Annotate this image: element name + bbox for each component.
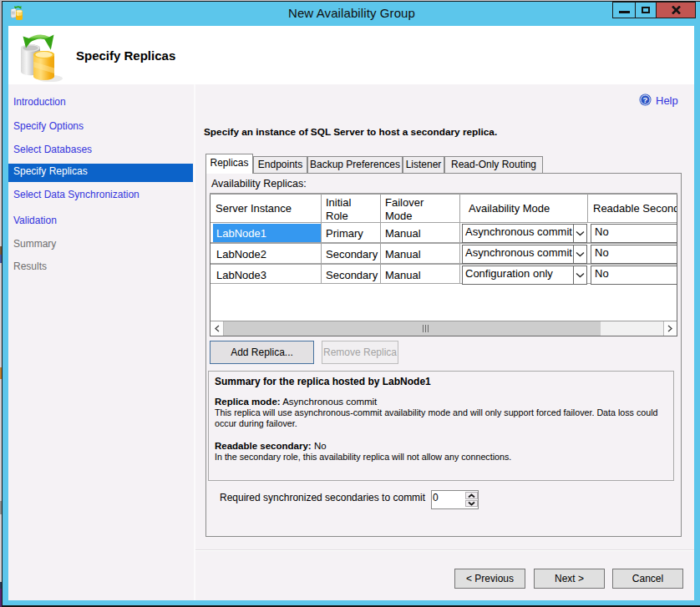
svg-text:?: ? <box>643 95 648 104</box>
